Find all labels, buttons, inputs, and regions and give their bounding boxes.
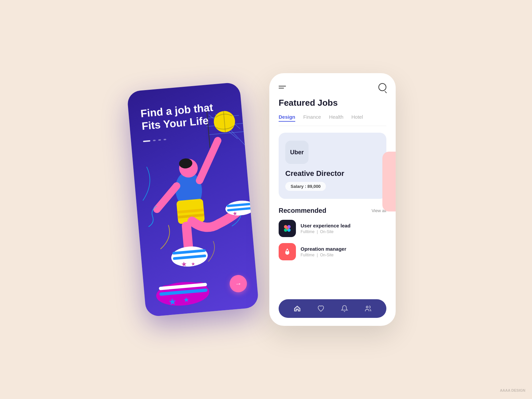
watermark: AAAA DESIGN	[500, 388, 525, 392]
tab-finance[interactable]: Finance	[303, 114, 321, 122]
recommended-title: Recommended	[279, 207, 326, 214]
salary-badge: Salary : 89,000	[285, 182, 326, 191]
svg-text:★: ★	[168, 296, 177, 307]
svg-line-11	[155, 186, 178, 209]
svg-text:★: ★	[191, 261, 196, 267]
svg-text:★: ★	[183, 296, 190, 303]
job-item-figma[interactable]: User experience lead Fulltime | On-Site	[279, 220, 386, 237]
job-meta-figma: Fulltime | On-Site	[301, 229, 350, 234]
figma-logo	[279, 220, 296, 237]
job-meta-airbnb: Fulltime | On-Site	[301, 253, 346, 257]
tab-health[interactable]: Health	[329, 114, 343, 122]
svg-point-41	[366, 306, 368, 308]
job-title: Creative Director	[285, 169, 380, 178]
bottom-navigation	[279, 299, 386, 318]
category-tabs: Design Finance Health Hotel	[279, 114, 386, 126]
job-info-figma: User experience lead Fulltime | On-Site	[301, 223, 350, 234]
svg-point-39	[286, 227, 289, 230]
nav-home[interactable]	[293, 304, 302, 313]
pagination-dots	[143, 133, 232, 142]
job-info-airbnb: Opreation manager Fulltime | On-Site	[301, 246, 346, 257]
svg-text:★: ★	[181, 260, 188, 268]
featured-job-card[interactable]: Uber Creative Director Salary : 89,000	[279, 133, 386, 199]
nav-favorites[interactable]	[316, 304, 326, 313]
featured-jobs-title: Featured Jobs	[279, 98, 386, 108]
job-role-airbnb: Opreation manager	[301, 246, 346, 252]
nav-notifications[interactable]	[340, 304, 349, 313]
left-phone: Find a job that Fits Your Life	[127, 82, 259, 317]
dot-3	[164, 139, 166, 140]
top-bar	[279, 83, 386, 91]
menu-button[interactable]	[279, 86, 286, 88]
company-logo: Uber	[285, 141, 309, 164]
dot-2	[158, 139, 161, 141]
company-name: Uber	[290, 149, 304, 156]
job-item-airbnb[interactable]: Opreation manager Fulltime | On-Site	[279, 243, 386, 260]
hero-title: Find a job that Fits Your Life	[140, 99, 231, 133]
nav-profile[interactable]	[363, 304, 373, 313]
svg-point-40	[287, 250, 288, 252]
dot-1	[153, 140, 156, 141]
peek-card	[382, 152, 396, 211]
dot-active	[143, 140, 150, 142]
svg-text:★: ★	[232, 210, 237, 216]
recommended-header: Recommended View all	[279, 207, 386, 214]
job-role-figma: User experience lead	[301, 223, 350, 228]
menu-line-1	[279, 86, 286, 86]
search-icon[interactable]	[378, 83, 386, 91]
tab-design[interactable]: Design	[279, 114, 295, 122]
right-phone: Featured Jobs Design Finance Health Hote…	[269, 73, 396, 326]
tab-hotel[interactable]: Hotel	[351, 114, 363, 122]
airbnb-logo	[279, 243, 296, 260]
menu-line-2	[279, 88, 284, 88]
